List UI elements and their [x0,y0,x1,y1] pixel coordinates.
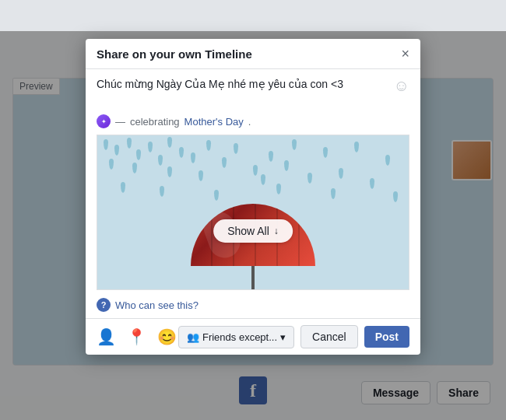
emoji-picker-icon[interactable]: ☺ [394,77,409,95]
mothers-day-link[interactable]: Mother's Day [184,116,244,128]
audience-button[interactable]: 👥 Friends except... ▾ [178,326,294,348]
modal-close-icon[interactable]: × [401,47,409,61]
celebrating-suffix: . [248,116,251,128]
modal-overlay: Share on your own Timeline × ☺ — celebra… [0,31,506,420]
cancel-button[interactable]: Cancel [300,325,358,348]
card-image: Show All ↓ [97,135,409,290]
modal-header: Share on your own Timeline × [86,39,420,69]
page-wrapper: Browse Cards × Happy Mother's Day! Previ… [0,0,506,420]
location-pin-icon[interactable]: 📍 [127,327,146,346]
umbrella [191,204,315,290]
tag-person-icon[interactable]: 👤 [97,327,116,346]
content-area: Happy Mother's Day! Preview f Message Sh… [0,31,506,420]
modal-footer: 👤 📍 😊 👥 Friends except... ▾ Cancel Post [86,318,420,355]
show-all-button[interactable]: Show All ↓ [213,219,293,243]
celebrating-icon [97,114,111,128]
show-all-label: Show All [227,225,269,237]
modal-body: ☺ — celebrating Mother's Day . [86,69,420,318]
audience-chevron-icon: ▾ [280,331,286,343]
celebrating-prefix: — [115,116,125,128]
who-can-see-label: Who can see this? [115,299,199,311]
celebrating-verb: celebrating [130,116,180,128]
post-input-row: ☺ [97,77,409,114]
who-can-see-icon: ? [97,298,111,312]
share-modal: Share on your own Timeline × ☺ — celebra… [86,39,420,355]
umbrella-handle [251,266,255,290]
show-all-arrow-icon: ↓ [274,226,279,236]
who-can-see-row[interactable]: ? Who can see this? [97,290,409,318]
audience-label: Friends except... [202,331,277,343]
post-button[interactable]: Post [364,326,409,348]
audience-people-icon: 👥 [187,331,199,343]
footer-actions: 👥 Friends except... ▾ Cancel Post [178,325,409,348]
feeling-icon[interactable]: 😊 [157,327,177,346]
celebrating-row: — celebrating Mother's Day . [97,114,409,135]
modal-title: Share on your own Timeline [97,47,252,61]
post-text-input[interactable] [97,77,389,114]
footer-icons: 👤 📍 😊 [97,327,177,346]
